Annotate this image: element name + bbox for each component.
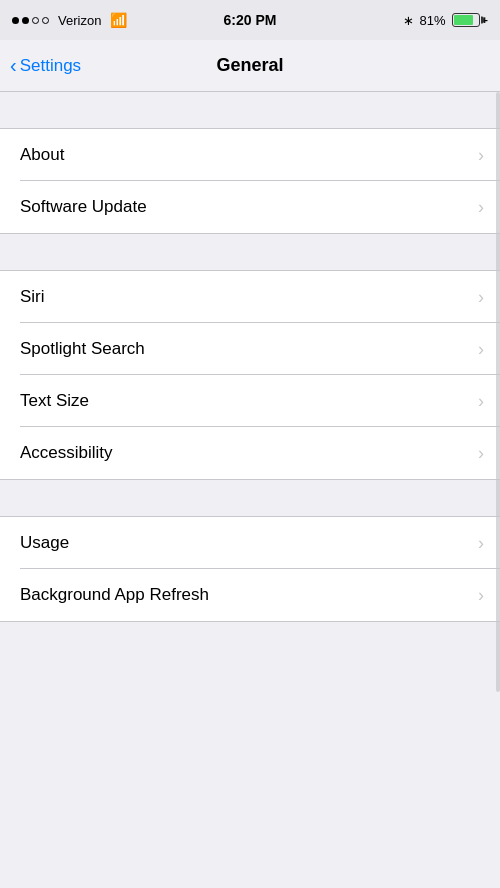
signal-dot-4 <box>42 17 49 24</box>
list-item-text-size[interactable]: Text Size › <box>0 375 500 427</box>
background-app-refresh-chevron-icon: › <box>478 585 484 606</box>
section-gap-2 <box>0 234 500 270</box>
back-button-label: Settings <box>20 56 81 76</box>
section-1: About › Software Update › <box>0 128 500 234</box>
section-2: Siri › Spotlight Search › Text Size › Ac… <box>0 270 500 480</box>
scrollbar[interactable] <box>496 92 500 692</box>
back-chevron-icon: ‹ <box>10 54 17 77</box>
back-button[interactable]: ‹ Settings <box>10 55 81 77</box>
status-time: 6:20 PM <box>224 12 277 28</box>
settings-content: About › Software Update › Siri › Spotlig… <box>0 92 500 658</box>
bluetooth-icon: ∗ <box>403 13 414 28</box>
signal-dot-2 <box>22 17 29 24</box>
software-update-chevron-icon: › <box>478 197 484 218</box>
signal-dot-1 <box>12 17 19 24</box>
text-size-chevron-icon: › <box>478 391 484 412</box>
signal-dots <box>12 17 49 24</box>
wifi-icon: 📶 <box>110 12 127 28</box>
battery-container: + <box>452 13 488 27</box>
battery-icon <box>452 13 480 27</box>
status-bar: Verizon 📶 6:20 PM ∗ 81% + <box>0 0 500 40</box>
siri-label: Siri <box>20 287 45 307</box>
list-item-siri[interactable]: Siri › <box>0 271 500 323</box>
carrier-text: Verizon <box>58 13 101 28</box>
signal-dot-3 <box>32 17 39 24</box>
list-item-software-update[interactable]: Software Update › <box>0 181 500 233</box>
text-size-label: Text Size <box>20 391 89 411</box>
battery-fill <box>454 15 473 25</box>
software-update-label: Software Update <box>20 197 147 217</box>
siri-chevron-icon: › <box>478 287 484 308</box>
section-gap-bottom <box>0 622 500 658</box>
list-item-spotlight-search[interactable]: Spotlight Search › <box>0 323 500 375</box>
status-right: ∗ 81% + <box>403 13 488 28</box>
list-item-usage[interactable]: Usage › <box>0 517 500 569</box>
accessibility-label: Accessibility <box>20 443 113 463</box>
list-item-about[interactable]: About › <box>0 129 500 181</box>
accessibility-chevron-icon: › <box>478 443 484 464</box>
spotlight-search-chevron-icon: › <box>478 339 484 360</box>
usage-label: Usage <box>20 533 69 553</box>
spotlight-search-label: Spotlight Search <box>20 339 145 359</box>
list-item-accessibility[interactable]: Accessibility › <box>0 427 500 479</box>
usage-chevron-icon: › <box>478 533 484 554</box>
section-gap-top <box>0 92 500 128</box>
list-item-background-app-refresh[interactable]: Background App Refresh › <box>0 569 500 621</box>
background-app-refresh-label: Background App Refresh <box>20 585 209 605</box>
about-chevron-icon: › <box>478 145 484 166</box>
nav-title: General <box>216 55 283 76</box>
about-label: About <box>20 145 64 165</box>
nav-bar: ‹ Settings General <box>0 40 500 92</box>
status-left: Verizon 📶 <box>12 12 127 28</box>
battery-percent: 81% <box>420 13 446 28</box>
section-3: Usage › Background App Refresh › <box>0 516 500 622</box>
section-gap-3 <box>0 480 500 516</box>
